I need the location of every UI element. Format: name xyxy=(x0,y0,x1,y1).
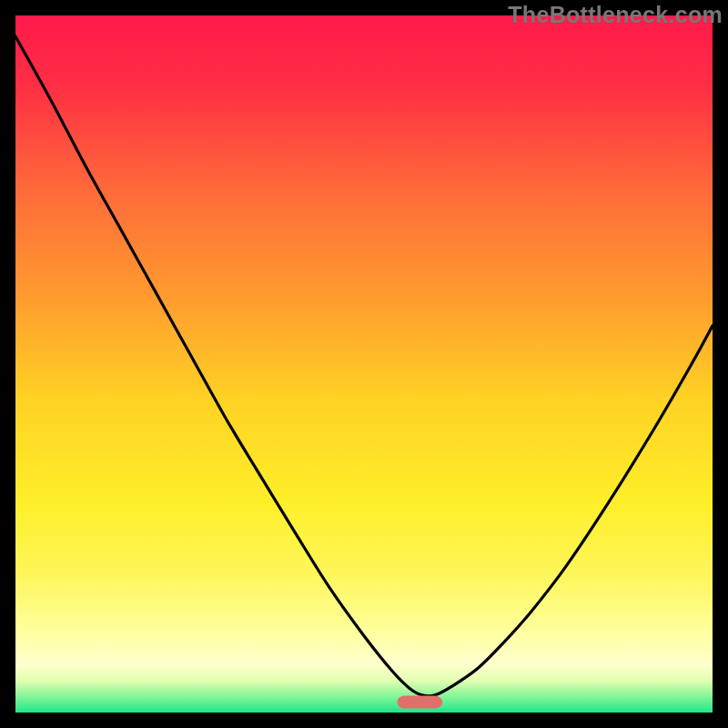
chart-svg xyxy=(15,15,713,713)
chart-frame: TheBottleneck.com xyxy=(0,0,728,728)
gradient-background xyxy=(15,15,713,713)
watermark-text: TheBottleneck.com xyxy=(508,2,723,28)
target-marker xyxy=(397,696,442,709)
plot-area xyxy=(15,15,713,713)
